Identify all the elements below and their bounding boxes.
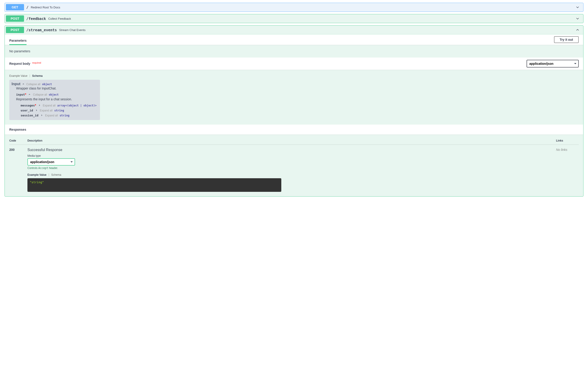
- tab-separator: [49, 173, 49, 176]
- chevron-right-icon[interactable]: [41, 113, 43, 117]
- content-type-select[interactable]: application/json: [527, 60, 579, 67]
- no-parameters-text: No parameters: [9, 49, 30, 53]
- property-input: input* Collapse all object: [11, 92, 98, 97]
- try-it-out-button[interactable]: Try it out: [554, 36, 579, 43]
- property-name: input: [16, 93, 25, 96]
- property-name: session_id: [21, 114, 38, 117]
- endpoint-body: Parameters Try it out No parameters Requ…: [5, 34, 583, 196]
- accept-header-hint: Controls Accept header.: [27, 166, 556, 170]
- schema-model: Input Collapse all object Wrapper class …: [9, 80, 100, 120]
- chevron-up-icon[interactable]: [22, 82, 24, 86]
- property-name: messages: [21, 104, 35, 107]
- request-body-header: Request body required application/json: [5, 57, 583, 70]
- response-links: No links: [556, 148, 579, 192]
- tab-schema[interactable]: Schema: [32, 74, 45, 77]
- method-badge: POST: [6, 15, 24, 22]
- required-star: *: [25, 93, 26, 96]
- required-star: *: [35, 103, 36, 107]
- responses-head-row: Code Description Links: [9, 139, 579, 145]
- endpoint-desc: Redirect Root To Docs: [31, 6, 575, 9]
- expand-all-hint[interactable]: Expand all: [43, 104, 56, 107]
- media-type-label: Media type: [27, 154, 556, 157]
- property-type: string: [54, 109, 64, 112]
- model-name: Input: [11, 82, 20, 86]
- response-description-col: Successful Response Media type applicati…: [27, 148, 556, 192]
- media-type-select-wrap: application/json: [27, 158, 75, 166]
- parameters-content: No parameters: [5, 45, 583, 57]
- responses-table: Code Description Links 200 Successful Re…: [5, 135, 583, 196]
- collapse-all-hint[interactable]: Collapse all: [33, 93, 47, 96]
- schema-tabs: Example Value Schema: [9, 74, 579, 77]
- model-description: Wrapper class for InputChat.: [11, 86, 98, 92]
- request-body-title: Request body: [9, 62, 30, 65]
- chevron-up-icon: [575, 28, 580, 32]
- endpoint-summary[interactable]: POST /stream_events Stream Chat Events: [5, 26, 583, 34]
- collapse-all-hint[interactable]: Collapse all: [26, 83, 40, 86]
- nested-properties: messages* Expand all array<(object | obj…: [11, 103, 98, 118]
- endpoint-desc: Collect Feedback: [48, 17, 575, 20]
- tab-schema[interactable]: Schema: [51, 173, 63, 176]
- media-type-select[interactable]: application/json: [27, 158, 75, 166]
- example-code-block[interactable]: "string": [27, 178, 281, 192]
- property-type: array<(object | object)>: [57, 104, 97, 107]
- tab-example-value[interactable]: Example Value: [9, 74, 30, 77]
- response-code: 200: [9, 148, 27, 192]
- property-messages: messages* Expand all array<(object | obj…: [16, 103, 98, 108]
- response-description: Successful Response: [27, 148, 556, 152]
- method-badge: GET: [6, 4, 24, 10]
- col-header-links: Links: [556, 139, 579, 142]
- endpoint-post-stream-events: POST /stream_events Stream Chat Events P…: [4, 25, 584, 196]
- endpoint-path: /: [24, 5, 31, 9]
- endpoint-path: /feedback: [24, 16, 48, 21]
- expand-all-hint[interactable]: Expand all: [40, 109, 53, 112]
- parameters-header: Parameters Try it out: [5, 34, 583, 45]
- property-user-id: user_id Expand all string: [16, 108, 98, 113]
- responses-header: Responses: [5, 125, 583, 135]
- tab-example-value[interactable]: Example Value: [27, 173, 49, 176]
- endpoint-get-root: GET / Redirect Root To Docs: [4, 3, 584, 12]
- response-tabs: Example Value Schema: [27, 173, 556, 176]
- chevron-down-icon: [575, 5, 580, 9]
- col-header-description: Description: [27, 139, 556, 142]
- property-session-id: session_id Expand all string: [16, 113, 98, 118]
- endpoint-post-feedback: POST /feedback Collect Feedback: [4, 14, 584, 23]
- chevron-right-icon[interactable]: [35, 108, 38, 112]
- endpoint-path: /stream_events: [24, 28, 59, 32]
- responses-title: Responses: [9, 128, 26, 131]
- chevron-up-icon[interactable]: [28, 93, 31, 96]
- property-name: user_id: [21, 109, 33, 112]
- content-type-select-wrap: application/json: [527, 60, 579, 67]
- request-body-content: Example Value Schema Input Collapse all …: [5, 70, 583, 125]
- chevron-right-icon[interactable]: [38, 103, 41, 107]
- method-badge: POST: [6, 27, 24, 33]
- endpoint-desc: Stream Chat Events: [59, 28, 575, 32]
- chevron-down-icon: [575, 16, 580, 21]
- property-description: Represents the input for a chat session.: [11, 97, 98, 103]
- required-label: required: [32, 62, 41, 64]
- response-row-200: 200 Successful Response Media type appli…: [9, 145, 579, 192]
- tab-separator: [30, 75, 30, 77]
- col-header-code: Code: [9, 139, 27, 142]
- model-type: object: [42, 83, 52, 86]
- property-type: string: [59, 114, 69, 117]
- endpoint-summary[interactable]: POST /feedback Collect Feedback: [5, 14, 583, 23]
- expand-all-hint[interactable]: Expand all: [45, 114, 58, 117]
- tab-parameters[interactable]: Parameters: [9, 37, 27, 45]
- endpoint-summary[interactable]: GET / Redirect Root To Docs: [5, 3, 583, 11]
- property-type: object: [49, 93, 59, 96]
